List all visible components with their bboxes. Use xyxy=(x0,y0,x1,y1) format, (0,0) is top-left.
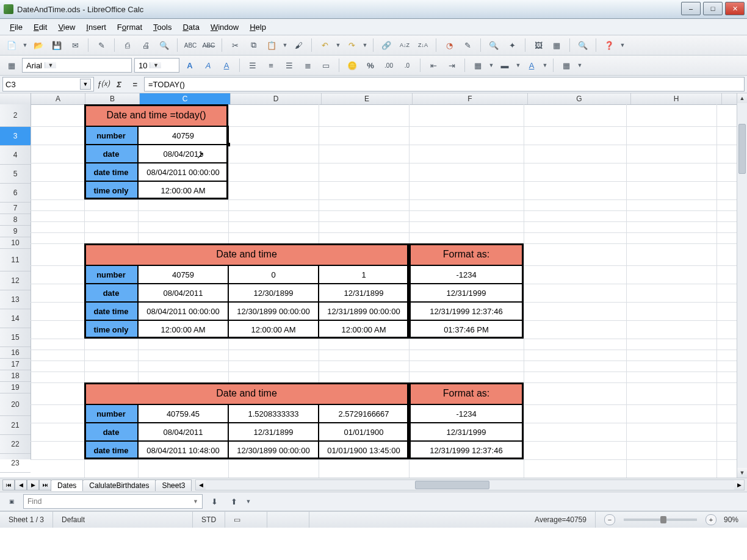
cell[interactable]: 40759 xyxy=(138,265,228,284)
sort-desc-icon[interactable]: Z↓A xyxy=(415,37,431,53)
row-header-10[interactable]: 10 xyxy=(0,237,31,249)
menu-data[interactable]: Data xyxy=(178,21,204,34)
sheet-tab-dates[interactable]: Dates xyxy=(51,479,83,491)
status-insert-mode[interactable]: STD xyxy=(193,512,225,528)
toolbar-overflow[interactable]: ▼ xyxy=(619,42,626,48)
cell[interactable]: date time xyxy=(84,441,138,459)
menu-file[interactable]: File xyxy=(5,21,27,34)
borders-dropdown[interactable]: ▼ xyxy=(488,62,494,68)
window-close-button[interactable]: ✕ xyxy=(725,2,745,15)
close-find-icon[interactable]: ▣ xyxy=(4,494,20,509)
cells-area[interactable]: Date and time =today()number40759date08/… xyxy=(31,104,737,478)
bold-icon[interactable]: A xyxy=(182,57,198,73)
cell[interactable]: 12/31/1899 xyxy=(228,423,319,441)
currency-icon[interactable]: 🪙 xyxy=(344,57,360,73)
cell[interactable]: 08/04/2011 xyxy=(138,145,228,163)
vertical-scrollbar[interactable]: ▲ ▼ xyxy=(737,93,747,478)
undo-dropdown[interactable]: ▼ xyxy=(335,42,341,48)
cell[interactable]: 1.5208333333 xyxy=(228,404,319,423)
cell[interactable]: Format as: xyxy=(409,382,524,404)
email-icon[interactable]: ✉ xyxy=(67,37,83,53)
cell[interactable]: 12:00:00 AM xyxy=(138,320,228,339)
cell[interactable]: 0 xyxy=(228,265,319,284)
tab-last-icon[interactable]: ⏭ xyxy=(39,479,51,490)
cell[interactable]: 08/04/2011 00:00:00 xyxy=(138,163,228,181)
spellcheck-icon[interactable]: ABC xyxy=(182,37,198,53)
scroll-right-icon[interactable]: ▶ xyxy=(734,480,744,490)
cell[interactable]: 12/30/1899 00:00:00 xyxy=(228,441,319,459)
cell[interactable]: 01/01/1900 xyxy=(319,423,409,441)
cell[interactable]: 12/31/1999 xyxy=(409,284,524,302)
row-header-2[interactable]: 2 xyxy=(0,104,31,127)
cell[interactable]: 12/30/1899 xyxy=(228,284,319,302)
window-maximize-button[interactable]: □ xyxy=(703,2,723,15)
chart-icon[interactable]: ◔ xyxy=(441,37,457,53)
styles-icon[interactable]: ▦ xyxy=(4,57,20,73)
align-center-icon[interactable]: ≡ xyxy=(263,57,279,73)
name-box[interactable]: C3 ▼ xyxy=(2,77,94,92)
column-header-G[interactable]: G xyxy=(528,93,631,104)
cut-icon[interactable]: ✂ xyxy=(227,37,243,53)
column-header-H[interactable]: H xyxy=(631,93,722,104)
row-header-6[interactable]: 6 xyxy=(0,184,31,203)
zoom-in-icon[interactable]: + xyxy=(706,514,716,525)
scrollbar-thumb[interactable] xyxy=(415,481,489,489)
align-left-icon[interactable]: ☰ xyxy=(245,57,261,73)
menu-tools[interactable]: Tools xyxy=(148,21,176,34)
row-header-13[interactable]: 13 xyxy=(0,290,31,309)
zoom-icon[interactable]: 🔍 xyxy=(575,37,591,53)
font-name-combo[interactable]: Arial ▼ xyxy=(22,58,132,73)
row-header-21[interactable]: 21 xyxy=(0,416,31,435)
column-header-C[interactable]: C xyxy=(140,93,231,104)
row-header-5[interactable]: 5 xyxy=(0,165,31,184)
tab-first-icon[interactable]: ⏮ xyxy=(2,479,15,490)
find-input[interactable]: Find ▼ xyxy=(23,494,203,509)
find-replace-icon[interactable]: 🔍 xyxy=(486,37,502,53)
sort-asc-icon[interactable]: A↓Z xyxy=(397,37,413,53)
italic-icon[interactable]: A xyxy=(200,57,216,73)
sheet-tab-birthdates[interactable]: CalulateBirthdates xyxy=(82,479,156,491)
chevron-down-icon[interactable]: ▼ xyxy=(150,62,161,68)
row-header-9[interactable]: 9 xyxy=(0,226,31,237)
cell[interactable]: 12/31/1999 xyxy=(409,423,524,441)
chevron-down-icon[interactable]: ▼ xyxy=(193,498,198,504)
show-draw-icon[interactable]: ✎ xyxy=(460,37,475,53)
sum-icon[interactable]: Σ xyxy=(112,77,126,91)
data-sources-icon[interactable]: ▦ xyxy=(549,37,565,53)
row-header-20[interactable]: 20 xyxy=(0,393,31,416)
navigator-icon[interactable]: ✦ xyxy=(504,37,520,53)
cell[interactable]: 12/31/1999 12:37:46 xyxy=(409,441,524,459)
cell[interactable]: date xyxy=(84,284,138,302)
font-color-dropdown[interactable]: ▼ xyxy=(542,62,548,68)
cell[interactable]: 12:00:00 AM xyxy=(228,320,319,339)
cell[interactable]: Date and time xyxy=(84,382,409,404)
cell[interactable]: 01/01/1900 13:45:00 xyxy=(319,441,409,459)
gallery-icon[interactable]: 🖼 xyxy=(530,37,546,53)
chevron-down-icon[interactable]: ▼ xyxy=(80,79,91,90)
format-toolbar-overflow[interactable]: ▼ xyxy=(577,62,583,68)
export-pdf-icon[interactable]: ⎙ xyxy=(120,37,135,53)
font-color-icon[interactable]: A xyxy=(524,57,540,73)
status-aggregate[interactable]: Average=40759 xyxy=(309,512,596,528)
add-decimal-icon[interactable]: .00 xyxy=(381,57,397,73)
menu-edit[interactable]: Edit xyxy=(29,21,52,34)
row-header-14[interactable]: 14 xyxy=(0,309,31,328)
tab-prev-icon[interactable]: ◀ xyxy=(15,479,27,490)
edit-icon[interactable]: ✎ xyxy=(93,37,109,53)
spreadsheet-grid[interactable]: ABCDEFGH 2345678910111213141516171819202… xyxy=(0,93,747,478)
row-header-19[interactable]: 19 xyxy=(0,382,31,393)
chevron-down-icon[interactable]: ▼ xyxy=(45,62,56,68)
equals-icon[interactable]: = xyxy=(128,77,142,91)
autospell-icon[interactable]: ABC xyxy=(201,37,217,53)
cell[interactable]: 12/30/1899 00:00:00 xyxy=(228,302,319,320)
cell[interactable]: 2.5729166667 xyxy=(319,404,409,423)
merge-cells-icon[interactable]: ▭ xyxy=(318,57,334,73)
zoom-slider-knob[interactable] xyxy=(660,516,666,523)
cell[interactable]: -1234 xyxy=(409,265,524,284)
sheet-tab-sheet3[interactable]: Sheet3 xyxy=(155,479,192,491)
cell[interactable]: date time xyxy=(84,163,138,181)
menu-window[interactable]: Window xyxy=(206,21,244,34)
menu-view[interactable]: View xyxy=(53,21,80,34)
column-header-D[interactable]: D xyxy=(231,93,322,104)
cell[interactable]: number xyxy=(84,265,138,284)
